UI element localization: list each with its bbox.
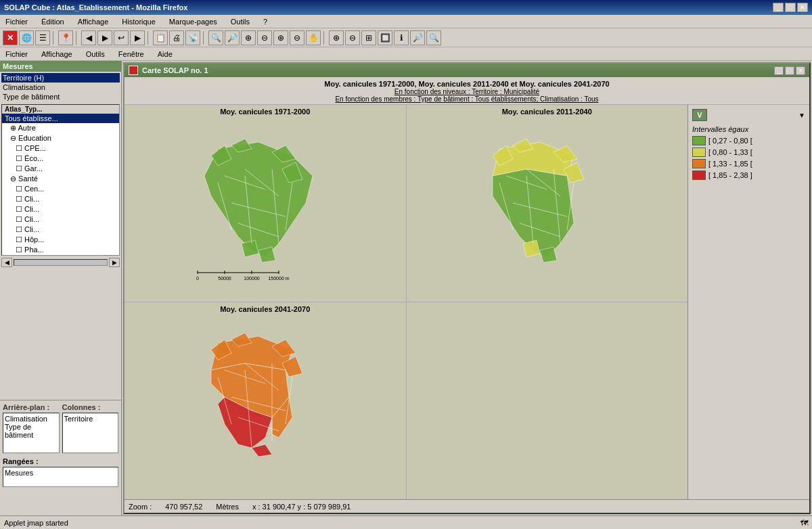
tree-scrollbar: ◀ ▶	[0, 257, 121, 268]
tree-item-education[interactable]: ⊖ Education	[2, 133, 119, 143]
toolbar-btn-15[interactable]: ⊖	[257, 30, 272, 45]
menu-historique[interactable]: Historique	[119, 17, 158, 26]
toolbar-btn-1[interactable]: ✕	[3, 30, 18, 45]
tree-item-garderie[interactable]: ☐ Gar...	[2, 164, 119, 174]
maximize-btn[interactable]: □	[785, 3, 796, 12]
scroll-right-btn[interactable]: ▶	[109, 258, 120, 267]
toolbar-btn-5[interactable]: ◀	[81, 30, 96, 45]
map-svg-container-3[interactable]	[125, 315, 406, 499]
sub-menu-fichier[interactable]: Fichier	[3, 49, 30, 59]
legend-color-0	[692, 136, 706, 145]
map-header-main: Moy. canicules 1971-2000, Moy. canicules…	[126, 80, 808, 88]
menu-fichier[interactable]: Fichier	[3, 17, 30, 26]
toolbar-btn-4[interactable]: 📍	[58, 30, 73, 45]
minimize-btn[interactable]: _	[773, 3, 784, 12]
map-close-btn[interactable]: ✕	[796, 66, 805, 75]
legend-color-3	[692, 170, 706, 180]
arriereplan-list: Climatisation Type de bâtiment	[3, 413, 60, 453]
tree-item-pha[interactable]: ☐ Pha...	[2, 245, 119, 255]
sub-menu-aide[interactable]: Aide	[155, 49, 175, 59]
toolbar-btn-23[interactable]: ℹ	[394, 30, 409, 45]
toolbar-btn-7[interactable]: ↩	[114, 30, 129, 45]
legend-item-2: [ 1,33 - 1,85 [	[692, 159, 805, 168]
metres-label: Mètres	[216, 503, 239, 511]
toolbar-btn-6[interactable]: ▶	[97, 30, 112, 45]
coord-value: x : 31 900,47 y : 5 079 989,91	[252, 503, 351, 511]
arriereplan-col: Arrière-plan : Climatisation Type de bât…	[3, 403, 60, 453]
map-window-btns: _ □ ✕	[774, 66, 805, 75]
legend-item-0: [ 0,27 - 0,80 [	[692, 136, 805, 145]
legend-item-1: [ 0,80 - 1,33 [	[692, 147, 805, 157]
map-area: Carte SOLAP no. 1 _ □ ✕ Moy. canicules 1…	[122, 61, 812, 515]
tree-header: Atlas_Typ...	[2, 105, 119, 114]
tree-item-autre[interactable]: ⊕ Autre	[2, 123, 119, 133]
sub-menu-fenetre[interactable]: Fenêtre	[116, 49, 147, 59]
tree-item-hop[interactable]: ☐ Hôp...	[2, 235, 119, 245]
tree-item-cli2[interactable]: ☐ Cli...	[2, 204, 119, 214]
menu-bar: Fichier Édition Affichage Historique Mar…	[0, 15, 812, 28]
toolbar-btn-12[interactable]: 🔍	[208, 30, 223, 45]
scale-bar-1: 0 50000 100000 150000 m	[196, 271, 290, 281]
toolbar-btn-11[interactable]: 📡	[185, 30, 200, 45]
menu-aide[interactable]: ?	[261, 17, 270, 26]
tree-selected[interactable]: Tous établisse...	[2, 114, 119, 123]
toolbar-btn-20[interactable]: ⊖	[345, 30, 360, 45]
toolbar-btn-10[interactable]: 🖨	[169, 30, 184, 45]
colonnes-label: Colonnes :	[62, 403, 119, 411]
tree-item-cen[interactable]: ☐ Cen...	[2, 184, 119, 194]
toolbar-btn-2[interactable]: 🌐	[19, 30, 34, 45]
toolbar-btn-19[interactable]: ⊕	[329, 30, 344, 45]
colonnes-list: Territoire	[62, 413, 119, 453]
sub-menu-affichage[interactable]: Affichage	[39, 49, 75, 59]
sidebar-typebatiment-label: Type de bâtiment	[3, 93, 60, 101]
menu-outils[interactable]: Outils	[228, 17, 252, 26]
rangees-item-0[interactable]: Mesures	[5, 469, 116, 477]
toolbar-btn-17[interactable]: ⊖	[290, 30, 304, 45]
sidebar-item-territoire[interactable]: Territoire (H)	[1, 73, 120, 83]
close-btn[interactable]: ✕	[797, 3, 808, 12]
legend-title: Intervalles égaux	[692, 125, 805, 133]
colonnes-item-0[interactable]: Territoire	[64, 415, 117, 423]
map-maximize-btn[interactable]: □	[785, 66, 794, 75]
toolbar-btn-8[interactable]: ▶	[130, 30, 145, 45]
tree-item-cli4[interactable]: ☐ Cli...	[2, 225, 119, 235]
toolbar-btn-21[interactable]: ⊞	[361, 30, 376, 45]
toolbar-btn-13[interactable]: 🔎	[225, 30, 240, 45]
toolbar-btn-9[interactable]: 📋	[153, 30, 168, 45]
toolbar-sep-2	[76, 31, 78, 45]
toolbar-btn-25[interactable]: 🔍	[426, 30, 441, 45]
mesures-label: Mesures	[3, 62, 33, 70]
scroll-left-btn[interactable]: ◀	[1, 258, 12, 267]
arriereplan-item-1[interactable]: Type de bâtiment	[5, 423, 58, 439]
arriereplan-item-0[interactable]: Climatisation	[5, 415, 58, 423]
svg-text:150000 m: 150000 m	[268, 276, 289, 281]
menu-marquepages[interactable]: Marque-pages	[166, 17, 220, 26]
tree-item-cli3[interactable]: ☐ Cli...	[2, 214, 119, 225]
toolbar-btn-16[interactable]: ⊕	[273, 30, 288, 45]
legend-v-btn[interactable]: V	[692, 109, 707, 121]
menu-affichage[interactable]: Affichage	[75, 17, 112, 26]
menu-edition[interactable]: Édition	[39, 17, 67, 26]
scroll-track[interactable]	[14, 259, 108, 266]
map-svg-container-2[interactable]	[407, 117, 688, 302]
sidebar-items: Territoire (H) Climatisation Type de bât…	[0, 72, 121, 103]
toolbar-btn-14[interactable]: ⊕	[241, 30, 256, 45]
toolbar-btn-24[interactable]: 🔎	[410, 30, 425, 45]
left-panel-top: Mesures Territoire (H) Climatisation Typ…	[0, 61, 121, 400]
sub-menu-outils[interactable]: Outils	[83, 49, 108, 59]
sidebar-item-climatisation[interactable]: Climatisation	[1, 83, 120, 92]
tree-item-sante[interactable]: ⊖ Santé	[2, 174, 119, 184]
tree-item-ecole[interactable]: ☐ Éco...	[2, 154, 119, 164]
rangees-list: Mesures	[3, 467, 118, 487]
toolbar-btn-3[interactable]: ☰	[35, 30, 50, 45]
tree-item-cpe[interactable]: ☐ CPE...	[2, 143, 119, 154]
zoom-value: 470 957,52	[165, 503, 202, 511]
toolbar-btn-22[interactable]: 🔲	[378, 30, 392, 45]
map-svg-container-1[interactable]: 0 50000 100000 150000 m	[125, 117, 406, 302]
sidebar-item-type-batiment[interactable]: Type de bâtiment	[1, 92, 120, 101]
map-minimize-btn[interactable]: _	[774, 66, 784, 75]
legend-color-1	[692, 147, 706, 157]
tree-item-cli1[interactable]: ☐ Cli...	[2, 194, 119, 204]
toolbar-btn-18[interactable]: ✋	[306, 30, 321, 45]
legend-collapse-btn[interactable]: ▼	[798, 112, 805, 119]
